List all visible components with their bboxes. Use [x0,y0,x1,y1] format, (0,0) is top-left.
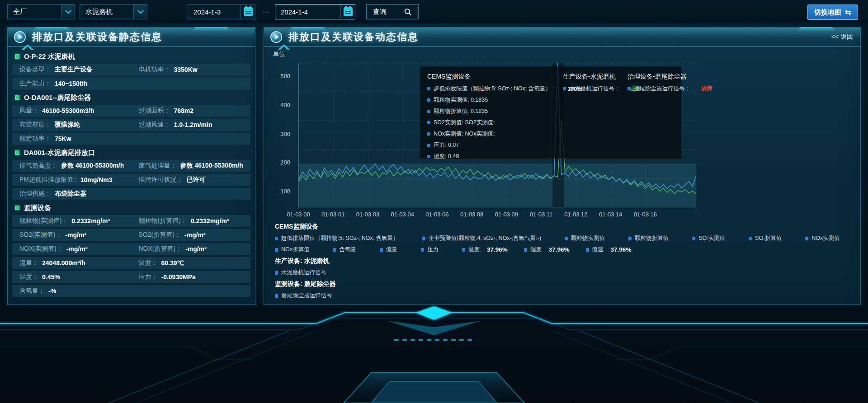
legend-item[interactable]: 温度 37.96% [462,246,508,253]
y-axis: 100200300400500 [269,63,295,207]
footer-ornament [0,305,868,403]
field-label: 排气筒高度： [19,162,57,170]
field-label: 治理措施： [19,190,51,198]
search-icon [404,8,412,16]
legend-marker-icon [628,237,632,240]
tooltip-item-label: 超低排放限值（颗拉物:5: SOz-; NOx; 含氧量）： [434,85,557,93]
legend-marker-icon [275,294,278,298]
field-value: -0.0930MPa [161,273,196,281]
legend-marker-icon [586,248,589,252]
date-range-separator: — [263,8,269,16]
chevron-down-icon[interactable] [61,5,75,19]
section-header: O-DA001--磨尾除尘器 [15,92,250,103]
legend-item[interactable]: 颗粒物实测值 [565,234,612,242]
legend-marker-icon [275,248,278,252]
calendar-icon[interactable] [340,5,355,19]
device-select-value: 水泥磨机 [85,8,113,16]
tooltip-group-title: 治理设备-磨尾除尘器 [627,73,712,81]
tooltip-item: 压力: 0.07 [427,141,563,149]
legend-item[interactable]: 水泥磨机运行信号 [275,269,326,276]
chevron-down-icon[interactable] [133,5,147,19]
section-header: 监测设备 [15,202,250,214]
legend-item-label: 企业预警值(颗粒物:4; sOz-; NOx-;含氧气量:-) [429,234,541,242]
field-value: 参数 46100-55300m/h [180,162,243,170]
field-label: 布袋材质： [19,121,51,129]
query-button-label: 查询 [373,8,387,16]
static-info-header: 排放口及关联设备静态信息 [8,28,255,47]
field-row: 布袋材质：覆膜涤纶 过滤风速：1.0-1.2m/min [12,119,250,131]
tooltip-item: 颗粒物折算值: 0.1835 [427,108,563,115]
field-value: 主要生产设备 [55,66,93,74]
status-badge: 故障 [701,85,712,93]
legend-item[interactable]: 流量 [380,246,405,253]
legend-marker-icon [421,248,424,252]
legend-marker-icon [524,248,527,252]
field-value: 参数 46100-55300m/h [61,162,124,170]
device-select[interactable]: 水泥磨机 [80,4,147,19]
x-axis: 01-03 0001-03 0101-03 0301-03 0401-03 06… [298,210,696,219]
tooltip-item-label: 压力: 0.07 [434,141,459,149]
switch-map-button[interactable]: 切换地图 ⇆ [807,5,858,20]
back-link[interactable]: << 返回 [831,33,853,41]
field-label: 温度： [139,259,158,267]
tooltip-item: 超低排放限值（颗拉物:5: SOz-; NOx; 含氧量）： 100% [427,85,563,93]
field-row: 生产能力：140~150t/h [12,78,250,89]
tooltip-item: 颗粒物实测值: 0.1835 [427,96,563,104]
legend-item-label: NOx实测值 [811,234,840,242]
legend-item[interactable]: 超低排放限值（颗拉物:5: SOz-; NOx; 含氧量） [275,234,406,242]
legend-zone: CEMS监测设备 超低排放限值（颗拉物:5: SOz-; NOx; 含氧量） 企… [275,219,851,303]
section-header: O-P-22 水泥磨机 [15,51,250,62]
green-square-icon [15,54,19,59]
legend-item-label: NOx折算值 [281,246,310,253]
field-label: 含氧量： [19,287,45,295]
legend-item[interactable]: 湿度 37.96% [524,246,570,253]
field-value: 0.45% [42,273,60,281]
legend-item-label: 流速 [592,246,604,253]
field-value: -mg/m³ [66,245,88,253]
field-row: 流量：24048.000m³/h 温度：60.39℃ [12,257,250,269]
legend-item[interactable]: SO:折算值 [749,234,789,242]
section-header: DA001-水泥磨尾排放口 [15,147,250,159]
section-title: 监测设备 [24,204,51,212]
topbar: 全厂 水泥磨机 2024-1-3 — 2024-1-4 查询 [0,0,868,23]
legend-marker-icon [427,121,430,124]
green-square-icon [15,150,19,155]
legend-marker-icon [565,237,568,240]
legend-marker-icon [627,87,631,90]
field-label: 压力： [139,273,158,281]
plant-select[interactable]: 全厂 [7,4,75,19]
legend-item[interactable]: 压力 [421,246,446,253]
date-from-input[interactable]: 2024-1-3 [188,4,255,19]
legend-item[interactable]: 流速 37.96% [586,246,632,253]
field-label: 电机功率： [139,66,170,74]
field-value: 24048.000m³/h [42,259,85,267]
field-value: 75Kw [55,135,71,142]
legend-group-title: 生产设备: 水泥磨机 [275,257,851,265]
query-button[interactable]: 查询 [366,4,419,19]
date-to-input[interactable]: 2024-1-4 [275,4,355,19]
legend-item[interactable]: NOx折算值 [275,246,317,253]
tooltip-item-label: 磨尾除尘器运行信号： [634,85,690,93]
field-row: 风量：46100-55300m3/h 过滤面积：768m2 [12,105,250,117]
field-row: 治理措施：布袋除尘器 [12,188,250,200]
legend-item[interactable]: 颗粒物折算值 [628,234,676,242]
legend-item[interactable]: 磨尾除尘器运行信号 [275,292,332,300]
field-label: SO2(折算值)： [139,231,181,239]
field-row: NOX(实测值)：-mg/m³ NOX(折算值)：-mg/m³ [12,243,250,255]
tooltip-item-label: SO2实测值: SO2实测值: [434,119,495,127]
legend-marker-icon [462,248,465,252]
field-label: 设备类型： [19,66,51,74]
legend-marker-icon [275,237,278,240]
field-row: 颗粒物(实测值)：0.2332mg/m³ 颗粒物(折算值)：0.2332mg/m… [12,215,250,227]
legend-item[interactable]: 企业预警值(颗粒物:4; sOz-; NOx-;含氧气量:-) [422,234,548,242]
legend-item[interactable]: SO:实测值 [692,234,732,242]
dynamic-info-title: 排放口及关联设备动态信息 [288,30,419,44]
legend-item[interactable]: NOx实测值 [805,234,847,242]
legend-item[interactable]: 含氧量 [333,246,364,253]
swap-arrows-icon: ⇆ [845,8,851,17]
static-info-body: O-P-22 水泥磨机 设备类型：主要生产设备 电机功率：3350Kw 生产能力… [8,47,255,297]
tooltip-item-label: 湿度: 0.49 [434,153,459,160]
switch-map-label: 切换地图 [814,8,841,17]
legend-marker-icon [422,237,425,240]
calendar-icon[interactable] [241,5,255,19]
